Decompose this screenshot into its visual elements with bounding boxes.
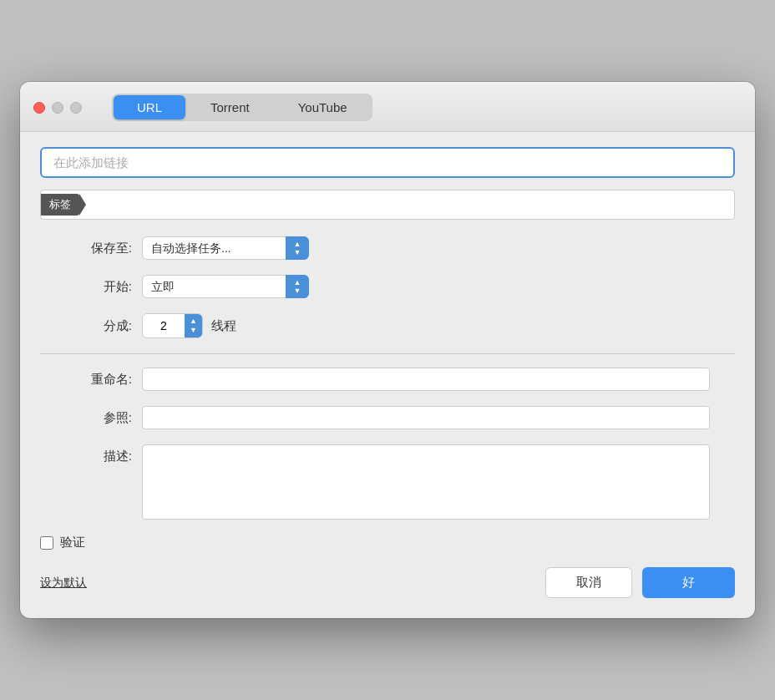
minimize-button[interactable] — [52, 102, 63, 114]
form-section-2: 重命名: 参照: 描述: — [40, 368, 735, 520]
tab-youtube[interactable]: YouTube — [275, 95, 371, 119]
reference-input[interactable] — [142, 406, 710, 429]
tab-url[interactable]: URL — [114, 95, 185, 119]
thread-label: 线程 — [211, 318, 236, 334]
segments-arrows[interactable]: ▲ ▼ — [185, 314, 202, 337]
reference-label: 参照: — [65, 410, 132, 426]
close-button[interactable] — [33, 102, 45, 114]
url-input[interactable] — [40, 147, 735, 178]
rename-input[interactable] — [142, 368, 710, 391]
verify-checkbox[interactable] — [40, 536, 53, 550]
save-to-row: 保存至: 自动选择任务... ▲ ▼ — [65, 236, 710, 260]
set-default-button[interactable]: 设为默认 — [40, 576, 87, 591]
description-textarea[interactable] — [142, 444, 710, 520]
action-buttons: 取消 好 — [545, 567, 735, 598]
start-label: 开始: — [65, 279, 132, 295]
verify-label: 验证 — [60, 535, 85, 550]
tag-bar: 标签 — [40, 190, 735, 220]
ok-button[interactable]: 好 — [642, 567, 735, 598]
tag-input[interactable] — [79, 193, 734, 216]
segments-row: 分成: ▲ ▼ 线程 — [65, 313, 710, 338]
save-to-select[interactable]: 自动选择任务... — [142, 236, 309, 260]
url-input-wrapper — [40, 147, 735, 178]
bottom-section: 验证 设为默认 取消 好 — [20, 535, 755, 598]
start-row: 开始: 立即 ▲ ▼ — [65, 275, 710, 298]
segments-input[interactable] — [143, 315, 185, 337]
main-window: URL Torrent YouTube 标签 保存至: 自动选择任务... — [20, 82, 755, 618]
start-select[interactable]: 立即 — [142, 275, 309, 298]
segments-label: 分成: — [65, 318, 132, 334]
arrow-down-icon: ▼ — [190, 327, 197, 334]
action-row: 设为默认 取消 好 — [40, 567, 735, 598]
tab-group: URL Torrent YouTube — [112, 94, 372, 121]
save-to-select-wrapper: 自动选择任务... ▲ ▼ — [142, 236, 309, 260]
tab-torrent[interactable]: Torrent — [187, 95, 273, 119]
description-row: 描述: — [65, 444, 710, 520]
verify-row: 验证 — [40, 535, 735, 550]
segments-spinner: ▲ ▼ — [142, 313, 203, 338]
cancel-button[interactable]: 取消 — [545, 567, 632, 598]
description-label: 描述: — [65, 444, 132, 464]
start-select-wrapper: 立即 ▲ ▼ — [142, 275, 309, 298]
maximize-button[interactable] — [70, 102, 82, 114]
title-bar: URL Torrent YouTube — [20, 82, 755, 132]
arrow-up-icon: ▲ — [190, 317, 197, 325]
rename-row: 重命名: — [65, 368, 710, 391]
content-area: 标签 保存至: 自动选择任务... ▲ ▼ 开始: — [20, 132, 755, 520]
form-section: 保存至: 自动选择任务... ▲ ▼ 开始: 立即 — [40, 236, 735, 338]
divider — [40, 353, 735, 354]
window-controls — [33, 102, 82, 114]
tag-label: 标签 — [41, 194, 79, 216]
reference-row: 参照: — [65, 406, 710, 429]
rename-label: 重命名: — [65, 372, 132, 388]
save-to-label: 保存至: — [65, 241, 132, 256]
